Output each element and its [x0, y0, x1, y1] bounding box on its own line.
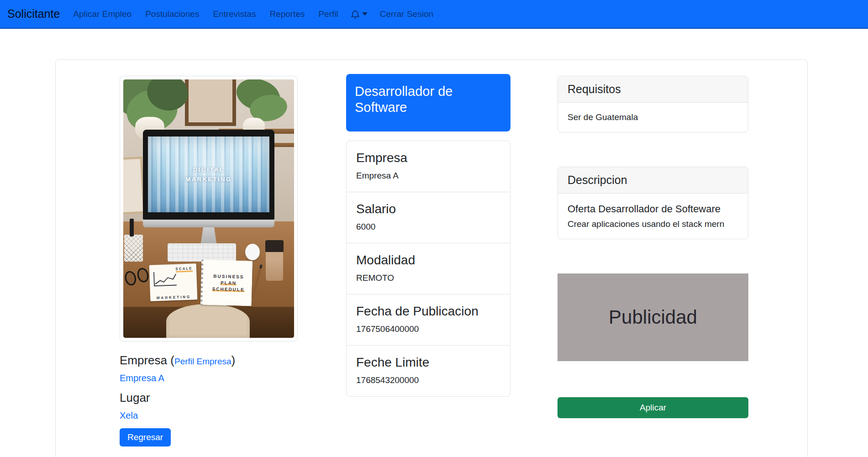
description-offer-text: Crear aplicaciones usando el stack mern: [568, 219, 738, 229]
detail-value: Empresa A: [356, 171, 500, 181]
photo-keyboard: [168, 243, 236, 262]
detail-label: Modalidad: [356, 253, 500, 268]
photo-coffee-cup: [266, 250, 283, 281]
company-name-link[interactable]: Empresa A: [120, 373, 164, 383]
detail-label: Salario: [356, 202, 500, 216]
company-label: Empresa: [120, 353, 167, 367]
nav-item-perfil[interactable]: Perfil: [312, 5, 345, 23]
photo-monitor: DIGITAL MARKETING: [143, 130, 274, 219]
requirements-body: Ser de Guatemala: [558, 103, 748, 132]
job-detail-page: Solicitante Aplicar Empleo Postulaciones…: [0, 0, 868, 457]
top-navbar: Solicitante Aplicar Empleo Postulaciones…: [0, 0, 868, 29]
description-offer-title: Oferta Desarrollador de Softeware: [568, 203, 738, 215]
notebook-caption-marketing: MARKETING: [150, 294, 197, 300]
location-link[interactable]: Xela: [120, 410, 138, 421]
job-details-list: Empresa Empresa A Salario 6000 Modalidad…: [346, 141, 510, 397]
notebook-chart: [152, 268, 179, 291]
chevron-down-icon: [362, 12, 368, 16]
notebook-line-schedule: SCHEDULE: [212, 286, 245, 292]
nav-item-postulaciones[interactable]: Postulaciones: [138, 5, 206, 23]
screen-line-2: MARKETING: [185, 176, 231, 183]
list-item-modalidad: Modalidad REMOTO: [347, 243, 510, 294]
requirements-card: Requisitos Ser de Guatemala: [558, 76, 748, 132]
photo-monitor-screen: DIGITAL MARKETING: [148, 137, 269, 212]
notebook-line-plan: PLAN: [221, 280, 237, 286]
job-title-card: Desarrollador de Software: [346, 74, 510, 131]
detail-value: REMOTO: [356, 273, 500, 283]
list-item-salario: Salario 6000: [347, 192, 510, 243]
brand-solicitante[interactable]: Solicitante: [7, 7, 60, 21]
photo-chair: [166, 304, 250, 338]
list-item-fecha-publicacion: Fecha de Publicacion 1767506400000: [347, 294, 510, 345]
screen-line-1: DIGITAL: [193, 166, 225, 173]
company-section-heading: Empresa (Perfil Empresa): [120, 353, 298, 368]
photo-wall-frame: [185, 79, 236, 126]
back-button[interactable]: Regresar: [120, 428, 171, 446]
left-column: DIGITAL MARKETING SCA: [120, 76, 298, 446]
photo-coffee-lid: [265, 240, 284, 252]
job-photo: DIGITAL MARKETING SCA: [123, 79, 294, 338]
detail-value: 1768543200000: [356, 375, 500, 385]
location-heading: Lugar: [120, 391, 298, 405]
job-photo-card: DIGITAL MARKETING SCA: [120, 76, 298, 341]
company-profile-link[interactable]: Perfil Empresa: [174, 357, 231, 366]
photo-pen-holder: [124, 235, 143, 262]
notifications-dropdown[interactable]: [345, 6, 373, 22]
photo-picture-frame: [123, 156, 145, 214]
advertisement-placeholder: Publicidad: [558, 273, 748, 361]
open-paren: (: [170, 353, 174, 367]
apply-button[interactable]: Aplicar: [558, 397, 748, 418]
detail-value: 6000: [356, 222, 500, 232]
detail-label: Feche Limite: [356, 355, 500, 370]
list-item-empresa: Empresa Empresa A: [347, 141, 510, 192]
job-detail-card: DIGITAL MARKETING SCA: [55, 59, 808, 457]
middle-column: Desarrollador de Software Empresa Empres…: [346, 74, 510, 397]
nav-item-cerrar-sesion[interactable]: Cerrar Sesion: [373, 5, 440, 23]
description-body: Oferta Desarrollador de Softeware Crear …: [558, 194, 748, 239]
nav-item-reportes[interactable]: Reportes: [263, 5, 311, 23]
requirements-header: Requisitos: [558, 76, 748, 103]
detail-label: Empresa: [356, 151, 500, 165]
detail-label: Fecha de Publicacion: [356, 304, 500, 319]
photo-monitor-chin: [143, 220, 274, 227]
photo-screen-caption: DIGITAL MARKETING: [148, 137, 269, 212]
notebook-line-business: BUSINESS: [213, 273, 244, 279]
nav-item-aplicar-empleo[interactable]: Aplicar Empleo: [66, 5, 138, 23]
list-item-fecha-limite: Feche Limite 1768543200000: [347, 345, 510, 396]
nav-item-entrevistas[interactable]: Entrevistas: [206, 5, 263, 23]
photo-marker: [130, 219, 134, 237]
description-card: Descripcion Oferta Desarrollador de Soft…: [558, 167, 748, 239]
bell-icon: [351, 10, 360, 19]
detail-value: 1767506400000: [356, 324, 500, 334]
close-paren: ): [231, 353, 236, 367]
photo-notebook-right: BUSINESS PLAN SCHEDULE: [200, 260, 253, 306]
photo-notebook-left: SCALE MARKETING: [149, 263, 198, 301]
description-header: Descripcion: [558, 167, 748, 194]
